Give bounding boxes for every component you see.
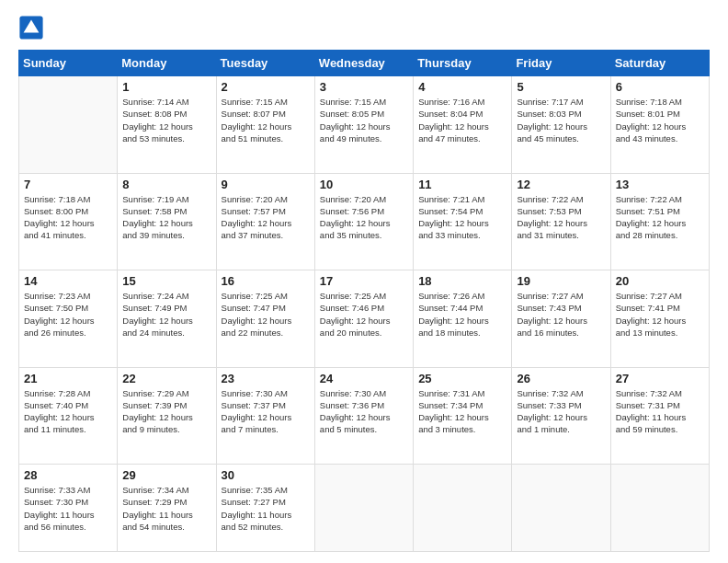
calendar-cell <box>512 465 610 552</box>
day-number: 19 <box>517 274 605 288</box>
day-info: Sunrise: 7:14 AM Sunset: 8:08 PM Dayligh… <box>122 96 210 144</box>
calendar-cell: 26Sunrise: 7:32 AM Sunset: 7:33 PM Dayli… <box>512 367 610 465</box>
weekday-header: Friday <box>512 51 610 76</box>
day-info: Sunrise: 7:15 AM Sunset: 8:07 PM Dayligh… <box>222 96 310 144</box>
day-number: 15 <box>122 274 210 288</box>
header <box>18 15 710 40</box>
calendar-cell: 29Sunrise: 7:34 AM Sunset: 7:29 PM Dayli… <box>118 465 216 552</box>
day-info: Sunrise: 7:17 AM Sunset: 8:03 PM Dayligh… <box>517 96 605 144</box>
calendar-cell <box>610 465 709 552</box>
day-info: Sunrise: 7:21 AM Sunset: 7:54 PM Dayligh… <box>418 193 506 242</box>
weekday-header: Wednesday <box>314 51 413 76</box>
day-info: Sunrise: 7:27 AM Sunset: 7:41 PM Dayligh… <box>616 290 704 339</box>
calendar-cell: 6Sunrise: 7:18 AM Sunset: 8:01 PM Daylig… <box>610 76 709 174</box>
day-info: Sunrise: 7:22 AM Sunset: 7:53 PM Dayligh… <box>517 193 605 242</box>
day-info: Sunrise: 7:24 AM Sunset: 7:49 PM Dayligh… <box>122 290 210 339</box>
day-number: 13 <box>616 178 704 191</box>
day-info: Sunrise: 7:32 AM Sunset: 7:33 PM Dayligh… <box>517 387 605 436</box>
calendar-cell: 14Sunrise: 7:23 AM Sunset: 7:50 PM Dayli… <box>19 270 118 368</box>
day-number: 4 <box>418 80 506 94</box>
day-info: Sunrise: 7:15 AM Sunset: 8:05 PM Dayligh… <box>320 96 408 144</box>
calendar-cell: 22Sunrise: 7:29 AM Sunset: 7:39 PM Dayli… <box>118 367 216 465</box>
day-number: 1 <box>122 80 210 94</box>
day-number: 29 <box>122 468 210 482</box>
calendar-cell: 1Sunrise: 7:14 AM Sunset: 8:08 PM Daylig… <box>118 76 216 174</box>
calendar-cell: 21Sunrise: 7:28 AM Sunset: 7:40 PM Dayli… <box>19 367 118 465</box>
day-number: 14 <box>24 274 112 288</box>
weekday-header: Sunday <box>19 51 118 76</box>
day-number: 10 <box>320 178 408 191</box>
day-number: 2 <box>222 80 310 94</box>
calendar-cell: 5Sunrise: 7:17 AM Sunset: 8:03 PM Daylig… <box>512 76 610 174</box>
calendar-cell: 13Sunrise: 7:22 AM Sunset: 7:51 PM Dayli… <box>610 173 709 270</box>
day-info: Sunrise: 7:16 AM Sunset: 8:04 PM Dayligh… <box>418 96 506 144</box>
day-info: Sunrise: 7:35 AM Sunset: 7:27 PM Dayligh… <box>222 484 310 533</box>
day-info: Sunrise: 7:18 AM Sunset: 8:00 PM Dayligh… <box>24 193 112 242</box>
calendar-cell: 23Sunrise: 7:30 AM Sunset: 7:37 PM Dayli… <box>216 367 314 465</box>
day-number: 20 <box>616 274 704 288</box>
day-number: 6 <box>616 80 704 94</box>
logo-icon <box>18 15 44 40</box>
day-number: 30 <box>222 468 310 482</box>
day-number: 11 <box>418 178 506 191</box>
calendar-cell: 17Sunrise: 7:25 AM Sunset: 7:46 PM Dayli… <box>314 270 413 368</box>
calendar-cell: 11Sunrise: 7:21 AM Sunset: 7:54 PM Dayli… <box>414 173 512 270</box>
day-info: Sunrise: 7:28 AM Sunset: 7:40 PM Dayligh… <box>24 387 112 436</box>
calendar-cell: 15Sunrise: 7:24 AM Sunset: 7:49 PM Dayli… <box>118 270 216 368</box>
day-info: Sunrise: 7:34 AM Sunset: 7:29 PM Dayligh… <box>122 484 210 533</box>
calendar-cell: 12Sunrise: 7:22 AM Sunset: 7:53 PM Dayli… <box>512 173 610 270</box>
weekday-header: Thursday <box>414 51 512 76</box>
day-number: 17 <box>320 274 408 288</box>
calendar-cell <box>314 465 413 552</box>
calendar-cell: 2Sunrise: 7:15 AM Sunset: 8:07 PM Daylig… <box>216 76 314 174</box>
calendar-cell <box>19 76 118 174</box>
day-info: Sunrise: 7:23 AM Sunset: 7:50 PM Dayligh… <box>24 290 112 339</box>
day-info: Sunrise: 7:27 AM Sunset: 7:43 PM Dayligh… <box>517 290 605 339</box>
day-number: 26 <box>517 372 605 385</box>
day-number: 21 <box>24 372 112 385</box>
day-number: 9 <box>222 178 310 191</box>
calendar-cell: 10Sunrise: 7:20 AM Sunset: 7:56 PM Dayli… <box>314 173 413 270</box>
day-info: Sunrise: 7:25 AM Sunset: 7:46 PM Dayligh… <box>320 290 408 339</box>
day-number: 8 <box>122 178 210 191</box>
day-info: Sunrise: 7:25 AM Sunset: 7:47 PM Dayligh… <box>222 290 310 339</box>
calendar-cell: 24Sunrise: 7:30 AM Sunset: 7:36 PM Dayli… <box>314 367 413 465</box>
day-number: 12 <box>517 178 605 191</box>
calendar-cell: 19Sunrise: 7:27 AM Sunset: 7:43 PM Dayli… <box>512 270 610 368</box>
day-info: Sunrise: 7:18 AM Sunset: 8:01 PM Dayligh… <box>616 96 704 144</box>
day-number: 7 <box>24 178 112 191</box>
weekday-header: Monday <box>118 51 216 76</box>
calendar-cell: 4Sunrise: 7:16 AM Sunset: 8:04 PM Daylig… <box>414 76 512 174</box>
day-number: 3 <box>320 80 408 94</box>
calendar-cell: 3Sunrise: 7:15 AM Sunset: 8:05 PM Daylig… <box>314 76 413 174</box>
calendar-cell: 16Sunrise: 7:25 AM Sunset: 7:47 PM Dayli… <box>216 270 314 368</box>
day-info: Sunrise: 7:29 AM Sunset: 7:39 PM Dayligh… <box>122 387 210 436</box>
weekday-header: Tuesday <box>216 51 314 76</box>
day-info: Sunrise: 7:31 AM Sunset: 7:34 PM Dayligh… <box>418 387 506 436</box>
day-number: 16 <box>222 274 310 288</box>
calendar-cell: 7Sunrise: 7:18 AM Sunset: 8:00 PM Daylig… <box>19 173 118 270</box>
day-number: 28 <box>24 468 112 482</box>
day-info: Sunrise: 7:22 AM Sunset: 7:51 PM Dayligh… <box>616 193 704 242</box>
day-info: Sunrise: 7:33 AM Sunset: 7:30 PM Dayligh… <box>24 484 112 533</box>
day-number: 25 <box>418 372 506 385</box>
page: SundayMondayTuesdayWednesdayThursdayFrid… <box>0 0 728 563</box>
day-info: Sunrise: 7:30 AM Sunset: 7:36 PM Dayligh… <box>320 387 408 436</box>
calendar-cell: 27Sunrise: 7:32 AM Sunset: 7:31 PM Dayli… <box>610 367 709 465</box>
day-info: Sunrise: 7:19 AM Sunset: 7:58 PM Dayligh… <box>122 193 210 242</box>
day-number: 27 <box>616 372 704 385</box>
day-number: 22 <box>122 372 210 385</box>
calendar-table: SundayMondayTuesdayWednesdayThursdayFrid… <box>18 50 710 552</box>
calendar-cell: 30Sunrise: 7:35 AM Sunset: 7:27 PM Dayli… <box>216 465 314 552</box>
day-info: Sunrise: 7:30 AM Sunset: 7:37 PM Dayligh… <box>222 387 310 436</box>
calendar-cell: 9Sunrise: 7:20 AM Sunset: 7:57 PM Daylig… <box>216 173 314 270</box>
calendar-cell <box>414 465 512 552</box>
day-info: Sunrise: 7:26 AM Sunset: 7:44 PM Dayligh… <box>418 290 506 339</box>
day-info: Sunrise: 7:32 AM Sunset: 7:31 PM Dayligh… <box>616 387 704 436</box>
day-number: 5 <box>517 80 605 94</box>
day-number: 23 <box>222 372 310 385</box>
day-info: Sunrise: 7:20 AM Sunset: 7:56 PM Dayligh… <box>320 193 408 242</box>
calendar-cell: 28Sunrise: 7:33 AM Sunset: 7:30 PM Dayli… <box>19 465 118 552</box>
day-number: 24 <box>320 372 408 385</box>
calendar-cell: 8Sunrise: 7:19 AM Sunset: 7:58 PM Daylig… <box>118 173 216 270</box>
